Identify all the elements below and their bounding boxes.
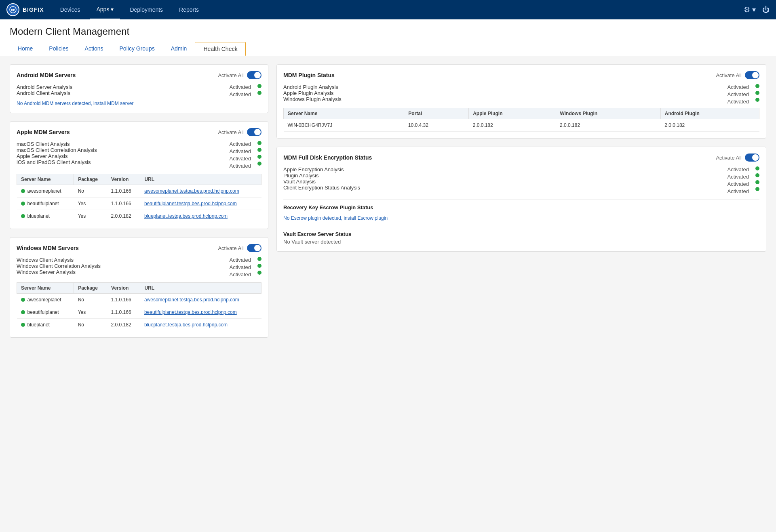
win-row-1-url[interactable]: beautifulplanet.testqa.bes.prod.hclpnp.c… — [140, 306, 261, 319]
android-status-dots: Activated Activated — [230, 84, 261, 97]
plugin-analysis-names: Android Plugin Analysis Apple Plugin Ana… — [283, 84, 342, 102]
power-icon[interactable]: ⏻ — [762, 6, 770, 14]
no-escrow-link[interactable]: No Escrow plugin detected, install Escro… — [283, 215, 388, 221]
windows-dot-2 — [257, 271, 261, 275]
android-mdm-card: Android MDM Servers Activate All Android… — [10, 64, 268, 113]
plugin-table: Server Name Portal Apple Plugin Windows … — [283, 108, 759, 132]
disk-enc-title: MDM Full Disk Encryption Status — [283, 154, 372, 161]
apple-row-2-url[interactable]: blueplanet.testqa.bes.prod.hclpnp.com — [140, 210, 261, 223]
android-toggle[interactable] — [247, 71, 261, 79]
mdm-plugin-title: MDM Plugin Status — [283, 72, 335, 78]
win-row-1-version: 1.1.0.166 — [107, 306, 140, 319]
windows-analysis-names: Windows Client Analysis Windows Client C… — [17, 257, 101, 275]
plugin-dot-1 — [755, 91, 759, 95]
apple-analysis-3: iOS and iPadOS Client Analysis — [17, 159, 97, 165]
windows-table-row: blueplanet No 2.0.0.182 blueplanet.testq… — [17, 319, 261, 331]
disk-enc-names: Apple Encryption Analysis Plugin Analysi… — [283, 166, 360, 191]
disk-enc-analysis-0: Apple Encryption Analysis — [283, 166, 360, 172]
win-row-0-url[interactable]: awesomeplanet.testqa.bes.prod.hclpnp.com — [140, 294, 261, 306]
settings-icon[interactable]: ⚙ ▾ — [744, 5, 756, 14]
win-col-version: Version — [107, 283, 140, 294]
apple-row-1-url[interactable]: beautifulplanet.testqa.bes.prod.hclpnp.c… — [140, 198, 261, 210]
plugin-toggle[interactable] — [745, 71, 759, 79]
plugin-col-android: Android Plugin — [660, 108, 759, 119]
apple-row-2-version: 2.0.0.182 — [107, 210, 140, 223]
apple-dot-list — [257, 141, 261, 166]
win-row-0-version: 1.1.0.166 — [107, 294, 140, 306]
apple-table-row: beautifulplanet Yes 1.1.0.166 beautifulp… — [17, 198, 261, 210]
svg-text:BF: BF — [11, 9, 15, 12]
apple-dot-2 — [257, 155, 261, 159]
windows-mdm-card: Windows MDM Servers Activate All Windows… — [10, 237, 268, 338]
nav-reports[interactable]: Reports — [173, 0, 205, 19]
apple-activate-all: Activate All — [218, 128, 261, 136]
apple-row-1-version: 1.1.0.166 — [107, 198, 140, 210]
nav-icons: ⚙ ▾ ⏻ — [744, 5, 770, 14]
apple-row-1-dot — [21, 202, 25, 206]
apple-mdm-card: Apple MDM Servers Activate All macOS Cli… — [10, 121, 268, 229]
apple-row-0-url[interactable]: awesomeplanet.testqa.bes.prod.hclpnp.com — [140, 185, 261, 198]
disk-enc-analysis-3: Client Encryption Status Analysis — [283, 185, 360, 191]
apple-row-2-name: blueplanet — [17, 210, 74, 223]
plugin-col-apple: Apple Plugin — [469, 108, 556, 119]
logo-area: BF BIGFIX — [6, 3, 44, 16]
windows-activate-all: Activate All — [218, 244, 261, 252]
apple-status-dots: Activated Activated Activated Activated — [230, 141, 261, 169]
win-row-2-version: 2.0.0.182 — [107, 319, 140, 331]
apple-col-package: Package — [74, 174, 107, 185]
android-dot-0 — [257, 84, 261, 88]
apple-analysis-1: macOS Client Correlation Analysis — [17, 147, 97, 153]
apple-dot-1 — [257, 148, 261, 152]
nav-apps[interactable]: Apps ▾ — [90, 0, 120, 19]
win-row-2-url[interactable]: blueplanet.testqa.bes.prod.hclpnp.com — [140, 319, 261, 331]
tab-health-check[interactable]: Health Check — [195, 42, 246, 56]
plugin-status-list: Activated Activated Activated — [728, 84, 749, 105]
windows-toggle[interactable] — [247, 244, 261, 252]
disk-encryption-card: MDM Full Disk Encryption Status Activate… — [276, 147, 766, 252]
tab-actions[interactable]: Actions — [77, 42, 112, 56]
vault-section-label: Vault Escrow Server Status — [283, 231, 759, 237]
plugin-row-windows: 2.0.0.182 — [556, 119, 660, 132]
disk-enc-header: MDM Full Disk Encryption Status Activate… — [283, 154, 759, 162]
plugin-analysis-0: Android Plugin Analysis — [283, 84, 342, 90]
windows-server-table: Server Name Package Version URL awesomep… — [17, 282, 261, 331]
windows-mdm-header: Windows MDM Servers Activate All — [17, 244, 261, 252]
disk-enc-analysis-2: Vault Analysis — [283, 179, 360, 185]
mdm-plugin-card: MDM Plugin Status Activate All Android P… — [276, 64, 766, 139]
win-row-1-dot — [21, 310, 25, 314]
apple-row-2-dot — [21, 214, 25, 218]
apple-dot-3 — [257, 162, 261, 166]
disk-enc-activate-all: Activate All — [716, 154, 759, 162]
disk-enc-toggle[interactable] — [745, 154, 759, 162]
windows-status-dots: Activated Activated Activated — [230, 257, 261, 278]
apple-analysis-2: Apple Server Analysis — [17, 153, 97, 159]
android-status-list: Activated Activated — [230, 84, 251, 97]
windows-analysis-2: Windows Server Analysis — [17, 269, 101, 275]
tab-policies[interactable]: Policies — [41, 42, 76, 56]
android-analyses: Android Server Analysis Android Client A… — [17, 84, 261, 97]
win-row-0-package: No — [74, 294, 107, 306]
win-row-2-dot — [21, 323, 25, 327]
apple-row-0-name: awesomeplanet — [17, 185, 74, 198]
mdm-plugin-header: MDM Plugin Status Activate All — [283, 71, 759, 79]
apple-toggle[interactable] — [247, 128, 261, 136]
windows-dot-0 — [257, 257, 261, 261]
win-row-1-package: Yes — [74, 306, 107, 319]
nav-deployments[interactable]: Deployments — [123, 0, 169, 19]
plugin-toggle-knob — [752, 72, 759, 78]
android-no-server-link[interactable]: No Android MDM servers detected, install… — [17, 101, 133, 106]
apple-dot-0 — [257, 141, 261, 145]
tab-home[interactable]: Home — [10, 42, 41, 56]
tab-admin[interactable]: Admin — [163, 42, 195, 56]
tab-policy-groups[interactable]: Policy Groups — [112, 42, 163, 56]
apple-table-row: blueplanet Yes 2.0.0.182 blueplanet.test… — [17, 210, 261, 223]
apple-table-row: awesomeplanet No 1.1.0.166 awesomeplanet… — [17, 185, 261, 198]
apple-row-0-package: No — [74, 185, 107, 198]
apple-analyses: macOS Client Analysis macOS Client Corre… — [17, 141, 261, 169]
apple-row-1-package: Yes — [74, 198, 107, 210]
android-analysis-1: Android Client Analysis — [17, 90, 72, 96]
windows-dot-list — [257, 257, 261, 275]
apple-row-1-name: beautifulplanet — [17, 198, 74, 210]
disk-enc-dot-1 — [755, 173, 759, 177]
nav-devices[interactable]: Devices — [54, 0, 87, 19]
